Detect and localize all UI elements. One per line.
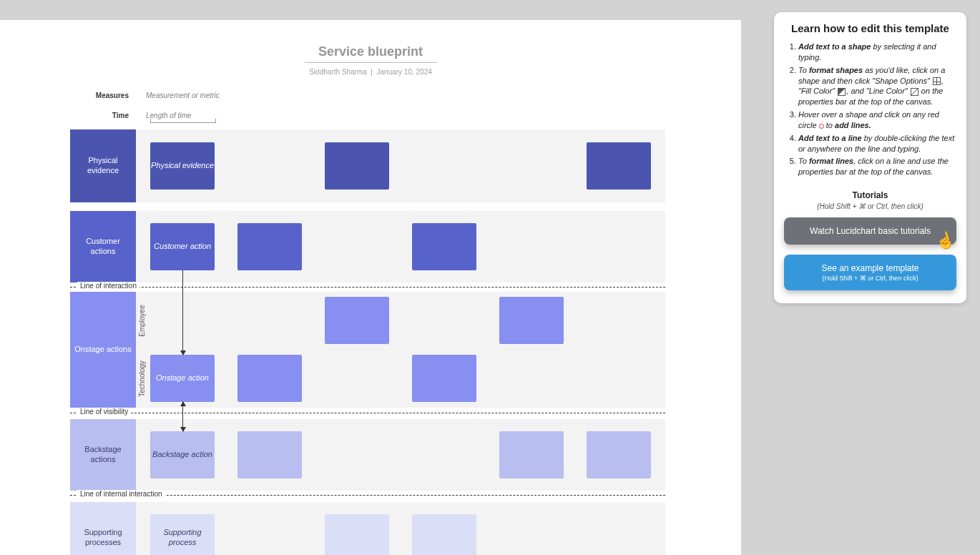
date-text: January 10, 2024	[377, 68, 432, 76]
box-onstage-tech-1[interactable]: Onstage action	[150, 355, 215, 402]
panel-step-2: To format shapes as you'd like, click on…	[798, 65, 956, 107]
lane-head-onstage[interactable]: Onstage actions	[70, 292, 136, 408]
watch-tutorials-button[interactable]: Watch Lucidchart basic tutorials ☝️	[784, 217, 956, 245]
box-support-2[interactable]	[325, 514, 389, 555]
measures-row: Measures Measurement or metric	[0, 92, 220, 99]
lane-track-onstage-emp	[147, 292, 665, 350]
measures-label: Measures	[0, 92, 134, 99]
separator-visibility: Line of visibility	[70, 413, 665, 413]
shape-options-icon	[933, 77, 941, 85]
step1-bold: Add text to a shape	[798, 42, 871, 51]
lane-track-support: Supporting process	[136, 502, 665, 555]
page-subtitle: Siddharth Sharma | January 10, 2024	[0, 68, 741, 76]
measures-placeholder[interactable]: Measurement or metric	[134, 92, 220, 99]
lane-support: Supporting processes Supporting process	[70, 502, 665, 555]
see-example-button[interactable]: See an example template (Hold Shift + ⌘ …	[784, 255, 956, 290]
arrowhead-down-icon	[180, 350, 186, 355]
separator-interaction: Line of interaction	[70, 287, 665, 288]
box-backstage-2[interactable]	[237, 431, 302, 478]
title-underline	[305, 62, 437, 63]
box-customer-2[interactable]	[237, 223, 302, 270]
lane-head-physical[interactable]: Physical evidence	[70, 129, 136, 202]
lane-customer: Customer actions Customer action	[70, 211, 665, 283]
panel-step-3: Hover over a shape and click on any red …	[798, 109, 956, 131]
cursor-icon: ☝️	[934, 230, 957, 252]
see-example-sublabel: (Hold Shift + ⌘ or Ctrl, then click)	[790, 275, 951, 282]
box-support-1[interactable]: Supporting process	[150, 514, 215, 555]
separator-internal-label: Line of internal interaction	[77, 490, 165, 498]
tutorials-subheading: (Hold Shift + ⌘ or Ctrl, then click)	[784, 202, 956, 210]
separator-internal: Line of internal interaction	[70, 495, 665, 496]
box-physical-2[interactable]	[325, 142, 389, 190]
box-onstage-tech-2[interactable]	[237, 355, 302, 402]
lane-physical: Physical evidence Physical evidence	[70, 129, 665, 202]
box-onstage-emp-2[interactable]	[499, 297, 564, 344]
line-color-icon	[911, 88, 918, 96]
see-example-label: See an example template	[821, 263, 918, 273]
panel-steps: Add text to a shape by selecting it and …	[784, 41, 956, 177]
separator-visibility-label: Line of visibility	[77, 408, 131, 416]
arrow-customer-to-onstage[interactable]	[182, 270, 183, 355]
author-text: Siddharth Sharma	[309, 68, 367, 76]
sub-head-technology: Technology	[136, 350, 147, 408]
diagram-canvas[interactable]: Service blueprint Siddharth Sharma | Jan…	[0, 20, 741, 555]
lane-head-support[interactable]: Supporting processes	[70, 502, 136, 555]
time-bracket	[150, 119, 216, 123]
lane-head-backstage[interactable]: Backstage actions	[70, 419, 136, 491]
box-physical-1[interactable]: Physical evidence	[150, 142, 215, 190]
box-physical-3[interactable]	[587, 142, 651, 190]
arrowhead-down-icon	[180, 427, 186, 432]
box-onstage-emp-1[interactable]	[325, 297, 389, 344]
separator-interaction-label: Line of interaction	[77, 282, 139, 290]
box-backstage-3[interactable]	[499, 431, 564, 478]
arrow-onstage-backstage[interactable]	[182, 402, 183, 431]
lane-head-customer[interactable]: Customer actions	[70, 211, 136, 283]
lane-track-physical: Physical evidence	[136, 129, 665, 202]
lane-backstage: Backstage actions Backstage action	[70, 419, 665, 491]
box-backstage-1[interactable]: Backstage action	[150, 431, 215, 478]
box-backstage-4[interactable]	[587, 431, 651, 478]
panel-step-4: Add text to a line by double-clicking th…	[798, 133, 956, 154]
box-customer-3[interactable]	[412, 223, 476, 270]
watch-tutorials-label: Watch Lucidchart basic tutorials	[810, 226, 931, 236]
red-dot-icon	[819, 124, 824, 129]
box-customer-1[interactable]: Customer action	[150, 223, 215, 270]
panel-step-5: To format lines, click on a line and use…	[798, 156, 956, 177]
page-title: Service blueprint	[0, 20, 741, 59]
help-panel: Learn how to edit this template Add text…	[774, 12, 966, 303]
lane-track-backstage: Backstage action	[136, 419, 665, 491]
sub-head-technology-label: Technology	[138, 360, 146, 397]
box-onstage-tech-3[interactable]	[412, 355, 476, 402]
sub-head-employee: Employee	[136, 292, 147, 350]
box-support-3[interactable]	[412, 514, 476, 555]
sub-head-employee-label: Employee	[138, 305, 146, 336]
arrowhead-up-icon	[180, 401, 186, 406]
time-label: Time	[0, 112, 134, 119]
lane-track-customer: Customer action	[136, 211, 665, 283]
panel-title: Learn how to edit this template	[784, 22, 956, 34]
lane-track-onstage-tech: Onstage action	[147, 350, 665, 408]
fill-color-icon	[838, 88, 846, 96]
lane-onstage: Onstage actions Employee Technology Onst…	[70, 292, 665, 408]
tutorials-heading: Tutorials	[784, 190, 956, 200]
panel-step-1: Add text to a shape by selecting it and …	[798, 41, 956, 63]
